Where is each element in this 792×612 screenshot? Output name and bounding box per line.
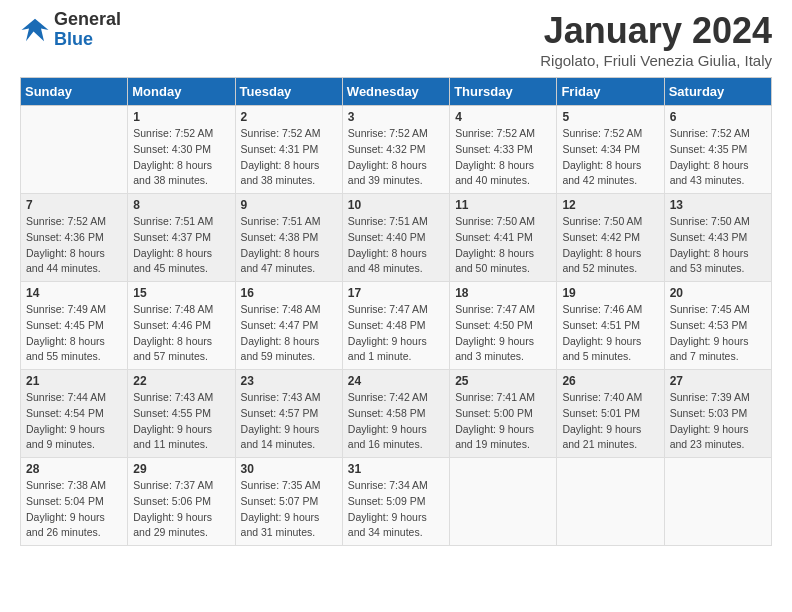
sunrise: Sunrise: 7:45 AM (670, 302, 766, 318)
sunset: Sunset: 4:50 PM (455, 318, 551, 334)
day-info: Sunrise: 7:52 AM Sunset: 4:31 PM Dayligh… (241, 126, 337, 189)
calendar-cell: 12 Sunrise: 7:50 AM Sunset: 4:42 PM Dayl… (557, 194, 664, 282)
page-header: General Blue January 2024 Rigolato, Friu… (20, 10, 772, 69)
sunset: Sunset: 4:37 PM (133, 230, 229, 246)
calendar-cell: 20 Sunrise: 7:45 AM Sunset: 4:53 PM Dayl… (664, 282, 771, 370)
day-number: 10 (348, 198, 444, 212)
daylight: Daylight: 8 hours and 50 minutes. (455, 246, 551, 278)
sunset: Sunset: 4:38 PM (241, 230, 337, 246)
sunset: Sunset: 5:00 PM (455, 406, 551, 422)
day-number: 29 (133, 462, 229, 476)
sunrise: Sunrise: 7:49 AM (26, 302, 122, 318)
daylight: Daylight: 9 hours and 3 minutes. (455, 334, 551, 366)
day-number: 6 (670, 110, 766, 124)
day-info: Sunrise: 7:50 AM Sunset: 4:43 PM Dayligh… (670, 214, 766, 277)
logo-bird-icon (20, 15, 50, 45)
calendar-cell: 19 Sunrise: 7:46 AM Sunset: 4:51 PM Dayl… (557, 282, 664, 370)
sunrise: Sunrise: 7:51 AM (348, 214, 444, 230)
calendar-cell: 21 Sunrise: 7:44 AM Sunset: 4:54 PM Dayl… (21, 370, 128, 458)
sunrise: Sunrise: 7:51 AM (133, 214, 229, 230)
day-number: 8 (133, 198, 229, 212)
sunset: Sunset: 4:33 PM (455, 142, 551, 158)
sunrise: Sunrise: 7:48 AM (133, 302, 229, 318)
day-info: Sunrise: 7:46 AM Sunset: 4:51 PM Dayligh… (562, 302, 658, 365)
calendar-cell: 31 Sunrise: 7:34 AM Sunset: 5:09 PM Dayl… (342, 458, 449, 546)
day-number: 23 (241, 374, 337, 388)
sunset: Sunset: 5:06 PM (133, 494, 229, 510)
sunrise: Sunrise: 7:52 AM (562, 126, 658, 142)
col-friday: Friday (557, 78, 664, 106)
day-number: 13 (670, 198, 766, 212)
calendar-cell: 1 Sunrise: 7:52 AM Sunset: 4:30 PM Dayli… (128, 106, 235, 194)
day-info: Sunrise: 7:50 AM Sunset: 4:42 PM Dayligh… (562, 214, 658, 277)
day-number: 1 (133, 110, 229, 124)
sunrise: Sunrise: 7:42 AM (348, 390, 444, 406)
calendar-cell: 25 Sunrise: 7:41 AM Sunset: 5:00 PM Dayl… (450, 370, 557, 458)
sunrise: Sunrise: 7:39 AM (670, 390, 766, 406)
sunset: Sunset: 4:40 PM (348, 230, 444, 246)
day-info: Sunrise: 7:49 AM Sunset: 4:45 PM Dayligh… (26, 302, 122, 365)
day-info: Sunrise: 7:43 AM Sunset: 4:57 PM Dayligh… (241, 390, 337, 453)
sunset: Sunset: 4:54 PM (26, 406, 122, 422)
calendar-cell: 15 Sunrise: 7:48 AM Sunset: 4:46 PM Dayl… (128, 282, 235, 370)
sunrise: Sunrise: 7:34 AM (348, 478, 444, 494)
day-number: 9 (241, 198, 337, 212)
day-info: Sunrise: 7:52 AM Sunset: 4:32 PM Dayligh… (348, 126, 444, 189)
day-number: 28 (26, 462, 122, 476)
daylight: Daylight: 8 hours and 38 minutes. (133, 158, 229, 190)
day-number: 22 (133, 374, 229, 388)
calendar-cell: 17 Sunrise: 7:47 AM Sunset: 4:48 PM Dayl… (342, 282, 449, 370)
sunset: Sunset: 4:36 PM (26, 230, 122, 246)
logo-blue: Blue (54, 30, 121, 50)
sunrise: Sunrise: 7:52 AM (670, 126, 766, 142)
day-number: 2 (241, 110, 337, 124)
calendar-table: Sunday Monday Tuesday Wednesday Thursday… (20, 77, 772, 546)
day-info: Sunrise: 7:41 AM Sunset: 5:00 PM Dayligh… (455, 390, 551, 453)
day-info: Sunrise: 7:45 AM Sunset: 4:53 PM Dayligh… (670, 302, 766, 365)
daylight: Daylight: 8 hours and 40 minutes. (455, 158, 551, 190)
logo-general: General (54, 10, 121, 30)
sunset: Sunset: 4:55 PM (133, 406, 229, 422)
sunrise: Sunrise: 7:51 AM (241, 214, 337, 230)
col-sunday: Sunday (21, 78, 128, 106)
sunset: Sunset: 4:35 PM (670, 142, 766, 158)
calendar-cell: 9 Sunrise: 7:51 AM Sunset: 4:38 PM Dayli… (235, 194, 342, 282)
day-number: 31 (348, 462, 444, 476)
daylight: Daylight: 8 hours and 48 minutes. (348, 246, 444, 278)
daylight: Daylight: 9 hours and 9 minutes. (26, 422, 122, 454)
daylight: Daylight: 9 hours and 31 minutes. (241, 510, 337, 542)
col-wednesday: Wednesday (342, 78, 449, 106)
day-info: Sunrise: 7:51 AM Sunset: 4:38 PM Dayligh… (241, 214, 337, 277)
svg-marker-0 (22, 19, 49, 42)
daylight: Daylight: 8 hours and 52 minutes. (562, 246, 658, 278)
daylight: Daylight: 9 hours and 1 minute. (348, 334, 444, 366)
day-number: 20 (670, 286, 766, 300)
day-info: Sunrise: 7:52 AM Sunset: 4:33 PM Dayligh… (455, 126, 551, 189)
day-number: 27 (670, 374, 766, 388)
calendar-cell: 14 Sunrise: 7:49 AM Sunset: 4:45 PM Dayl… (21, 282, 128, 370)
sunset: Sunset: 4:34 PM (562, 142, 658, 158)
daylight: Daylight: 9 hours and 34 minutes. (348, 510, 444, 542)
sunset: Sunset: 4:46 PM (133, 318, 229, 334)
calendar-cell: 8 Sunrise: 7:51 AM Sunset: 4:37 PM Dayli… (128, 194, 235, 282)
sunrise: Sunrise: 7:52 AM (133, 126, 229, 142)
daylight: Daylight: 8 hours and 55 minutes. (26, 334, 122, 366)
day-number: 15 (133, 286, 229, 300)
sunrise: Sunrise: 7:52 AM (348, 126, 444, 142)
calendar-cell: 27 Sunrise: 7:39 AM Sunset: 5:03 PM Dayl… (664, 370, 771, 458)
sunrise: Sunrise: 7:43 AM (133, 390, 229, 406)
calendar-cell: 3 Sunrise: 7:52 AM Sunset: 4:32 PM Dayli… (342, 106, 449, 194)
daylight: Daylight: 8 hours and 47 minutes. (241, 246, 337, 278)
day-info: Sunrise: 7:38 AM Sunset: 5:04 PM Dayligh… (26, 478, 122, 541)
day-info: Sunrise: 7:44 AM Sunset: 4:54 PM Dayligh… (26, 390, 122, 453)
day-number: 7 (26, 198, 122, 212)
calendar-cell: 6 Sunrise: 7:52 AM Sunset: 4:35 PM Dayli… (664, 106, 771, 194)
calendar-cell: 4 Sunrise: 7:52 AM Sunset: 4:33 PM Dayli… (450, 106, 557, 194)
day-number: 12 (562, 198, 658, 212)
calendar-cell: 29 Sunrise: 7:37 AM Sunset: 5:06 PM Dayl… (128, 458, 235, 546)
day-number: 4 (455, 110, 551, 124)
day-info: Sunrise: 7:43 AM Sunset: 4:55 PM Dayligh… (133, 390, 229, 453)
calendar-cell: 26 Sunrise: 7:40 AM Sunset: 5:01 PM Dayl… (557, 370, 664, 458)
day-number: 21 (26, 374, 122, 388)
sunset: Sunset: 4:47 PM (241, 318, 337, 334)
